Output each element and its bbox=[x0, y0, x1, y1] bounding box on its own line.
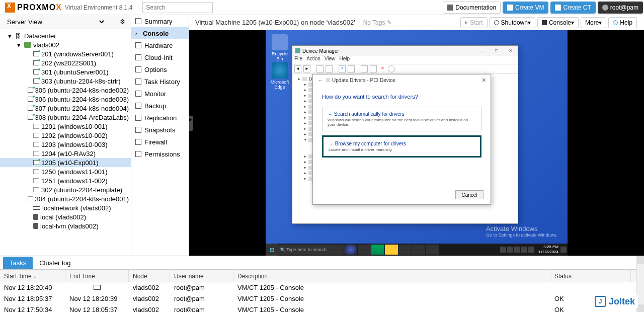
volume-icon[interactable] bbox=[528, 247, 534, 253]
tree-item[interactable]: 306 (ubuntu-2204-k8s-node003) bbox=[0, 95, 131, 104]
vm-menu-permissions[interactable]: Permissions bbox=[131, 148, 189, 160]
vm-menu-snapshots[interactable]: Snapshots bbox=[131, 124, 189, 136]
vm-menu-firewall[interactable]: Firewall bbox=[131, 136, 189, 148]
remove-icon[interactable]: ✕ bbox=[379, 65, 386, 72]
device-manager-window[interactable]: Device Manager — □ ✕ FileActionViewHelp … bbox=[292, 45, 518, 224]
tree-item[interactable]: 202 (ws2022S001) bbox=[0, 58, 131, 67]
devmgr-menubar[interactable]: FileActionViewHelp bbox=[292, 56, 518, 64]
system-tray[interactable] bbox=[500, 247, 536, 253]
expand-handle[interactable]: ▸ bbox=[189, 116, 193, 131]
menu-action[interactable]: Action bbox=[306, 56, 320, 64]
toolbar-button[interactable] bbox=[316, 65, 324, 72]
help-icon[interactable]: ? bbox=[339, 65, 346, 72]
menu-file[interactable]: File bbox=[294, 56, 302, 64]
tree-item[interactable]: ▾vlads002 bbox=[0, 40, 131, 49]
taskbar-app[interactable] bbox=[412, 245, 425, 255]
search-input[interactable] bbox=[142, 2, 213, 13]
menu-view[interactable]: View bbox=[325, 56, 336, 64]
minimize-icon[interactable]: — bbox=[475, 46, 490, 56]
task-row[interactable]: Nov 12 17:50:34Nov 12 18:05:37vlads002ro… bbox=[0, 304, 644, 312]
logo[interactable]: PROXMOX Virtual Environment 8.1.4 bbox=[0, 3, 137, 13]
taskbar-app[interactable] bbox=[398, 245, 412, 255]
console-button[interactable]: Console ▾ bbox=[537, 17, 579, 28]
tree-item[interactable]: localnetwork (vlads002) bbox=[0, 203, 131, 212]
toolbar-button[interactable] bbox=[388, 65, 395, 72]
start-button[interactable]: Start bbox=[460, 17, 487, 28]
vm-menu-hardware[interactable]: Hardware bbox=[131, 39, 189, 51]
tree-item[interactable]: 304 (ubuntu-2204-k8s-node001) bbox=[0, 194, 131, 203]
user-menu-button[interactable]: root@pam bbox=[598, 2, 643, 14]
close-icon[interactable]: ✕ bbox=[504, 46, 518, 56]
vm-menu-task-history[interactable]: Task History bbox=[131, 75, 189, 88]
vm-menu-summary[interactable]: Summary bbox=[131, 15, 189, 27]
tree-item[interactable]: 301 (ubuntuServer001) bbox=[0, 67, 131, 76]
tree-item[interactable]: 1251 (windows11-002) bbox=[0, 176, 131, 185]
tree-item[interactable]: 305 (ubuntu-2204-k8s-node002) bbox=[0, 86, 131, 95]
back-icon[interactable]: ◄ bbox=[294, 65, 301, 72]
taskbar-search[interactable]: Type here to search bbox=[278, 245, 344, 255]
more-button[interactable]: More ▾ bbox=[581, 17, 606, 28]
notification-icon[interactable] bbox=[560, 247, 567, 253]
taskbar-app[interactable] bbox=[426, 245, 439, 255]
tree-item[interactable]: 1201 (windows10-001) bbox=[0, 122, 131, 131]
edge-browser-icon[interactable]: Microsoft Edge bbox=[270, 62, 290, 90]
tray-icon[interactable] bbox=[514, 247, 520, 253]
toolbar-button[interactable] bbox=[348, 65, 355, 72]
cancel-button[interactable]: Cancel bbox=[455, 190, 484, 199]
vm-menu-replication[interactable]: Replication bbox=[131, 112, 189, 124]
maximize-icon[interactable]: □ bbox=[490, 46, 504, 56]
vm-menu-options[interactable]: Options bbox=[131, 63, 189, 75]
tree-item[interactable]: ▾🗄Datacenter bbox=[0, 31, 131, 40]
cortana-icon[interactable] bbox=[344, 245, 357, 255]
tree-item[interactable]: 307 (ubuntu-2204-k8s-node004) bbox=[0, 104, 131, 113]
toolbar-button[interactable] bbox=[326, 65, 333, 72]
task-row[interactable]: Nov 12 18:20:40vlads002root@pamVM/CT 120… bbox=[0, 282, 644, 293]
task-row[interactable]: Nov 12 18:05:37Nov 12 18:20:39vlads002ro… bbox=[0, 293, 644, 304]
taskbar-app[interactable] bbox=[385, 245, 398, 255]
tree-item[interactable]: local-lvm (vlads002) bbox=[0, 221, 131, 230]
col-start-time[interactable]: Start Time ↓ bbox=[0, 270, 65, 282]
cluster-log-tab[interactable]: Cluster log bbox=[33, 257, 77, 269]
taskbar-app[interactable] bbox=[371, 245, 384, 255]
tree-item[interactable]: 1204 (w10-RAv32) bbox=[0, 149, 131, 158]
chevron-up-icon[interactable] bbox=[507, 247, 513, 253]
start-button[interactable]: ⊞ bbox=[266, 244, 278, 256]
view-mode-select[interactable]: Server View bbox=[5, 18, 106, 26]
devmgr-titlebar[interactable]: Device Manager — □ ✕ bbox=[292, 46, 518, 56]
tasks-tab[interactable]: Tasks bbox=[3, 257, 33, 269]
col-end-time[interactable]: End Time bbox=[65, 270, 129, 282]
tree-item[interactable]: 1203 (windows10-003) bbox=[0, 140, 131, 149]
view-mode-selector[interactable]: Server View ⚙ bbox=[0, 15, 131, 29]
devmgr-toolbar[interactable]: ◄ ► ? ✕ bbox=[292, 64, 518, 74]
shutdown-button[interactable]: Shutdown ▾ bbox=[490, 17, 535, 28]
vnc-console[interactable]: ▸ Recycle Bin Microsoft Edge Device Mana… bbox=[189, 30, 644, 256]
toolbar-button[interactable] bbox=[370, 65, 377, 72]
recycle-bin-icon[interactable]: Recycle Bin bbox=[270, 34, 290, 61]
windows-taskbar[interactable]: ⊞ Type here to search bbox=[266, 244, 568, 256]
task-view-icon[interactable] bbox=[358, 245, 371, 255]
tree-item[interactable]: 303 (ubuntu-2204-k8s-ctrlr) bbox=[0, 76, 131, 86]
no-tags-label[interactable]: No Tags ✎ bbox=[363, 19, 392, 26]
fwd-icon[interactable]: ► bbox=[303, 65, 310, 72]
menu-help[interactable]: Help bbox=[339, 56, 350, 64]
vm-menu-backup[interactable]: Backup bbox=[131, 100, 189, 112]
browse-computer-option[interactable]: Browse my computer for drivers Locate an… bbox=[322, 135, 481, 158]
col-description[interactable]: Description bbox=[233, 270, 550, 282]
update-drivers-dialog[interactable]: ← Update Drivers - PCI Device ✕ How do y… bbox=[312, 74, 491, 205]
gear-icon[interactable]: ⚙ bbox=[120, 18, 128, 26]
documentation-button[interactable]: Documentation bbox=[443, 2, 501, 14]
search-auto-option[interactable]: Search automatically for drivers Windows… bbox=[322, 107, 481, 131]
toolbar-button[interactable] bbox=[361, 65, 368, 72]
tray-icon[interactable] bbox=[500, 247, 506, 253]
windows-desktop[interactable]: Recycle Bin Microsoft Edge Device Manage… bbox=[266, 30, 568, 256]
vm-menu-cloud-init[interactable]: Cloud-Init bbox=[131, 51, 189, 63]
col-user[interactable]: User name bbox=[170, 270, 233, 282]
vm-menu-monitor[interactable]: Monitor bbox=[131, 88, 189, 100]
col-node[interactable]: Node bbox=[129, 270, 170, 282]
create-vm-button[interactable]: Create VM bbox=[503, 2, 548, 14]
taskbar-clock[interactable]: 3:25 PM 11/12/2024 bbox=[536, 245, 560, 255]
tree-item[interactable]: 201 (windowsServer001) bbox=[0, 49, 131, 58]
tree-item[interactable]: 308 (ubuntu-2204-ArcDataLabs) bbox=[0, 113, 131, 122]
tree-item[interactable]: 1202 (windows10-002) bbox=[0, 131, 131, 140]
col-status[interactable]: Status bbox=[550, 270, 631, 282]
